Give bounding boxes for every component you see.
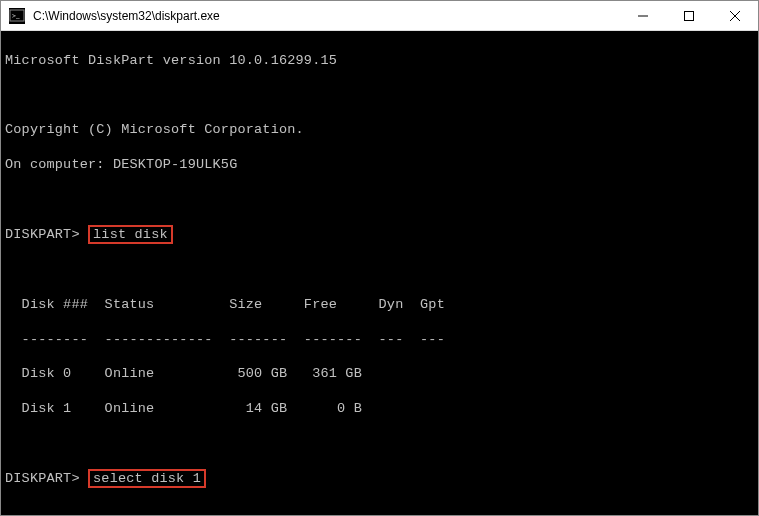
copyright-line: Copyright (C) Microsoft Corporation. — [5, 121, 754, 138]
disk-table-divider: -------- ------------- ------- ------- -… — [5, 331, 754, 348]
maximize-icon — [684, 11, 694, 21]
prompt-line: DISKPART> select disk 1 — [5, 469, 754, 489]
blank-line — [5, 434, 754, 451]
minimize-button[interactable] — [620, 1, 666, 30]
close-button[interactable] — [712, 1, 758, 30]
diskpart-window: >_ C:\Windows\system32\diskpart.exe Micr… — [0, 0, 759, 516]
close-icon — [730, 11, 740, 21]
window-title: C:\Windows\system32\diskpart.exe — [33, 9, 620, 23]
prompt-line: DISKPART> list disk — [5, 225, 754, 245]
app-icon: >_ — [9, 8, 25, 24]
blank-line — [5, 87, 754, 104]
titlebar: >_ C:\Windows\system32\diskpart.exe — [1, 1, 758, 31]
prompt-label: DISKPART> — [5, 227, 80, 242]
command-select-disk: select disk 1 — [88, 469, 206, 489]
svg-rect-3 — [685, 11, 694, 20]
blank-line — [5, 506, 754, 515]
blank-line — [5, 262, 754, 279]
minimize-icon — [638, 11, 648, 21]
prompt-label: DISKPART> — [5, 471, 80, 486]
window-controls — [620, 1, 758, 30]
maximize-button[interactable] — [666, 1, 712, 30]
disk-table-row: Disk 1 Online 14 GB 0 B — [5, 400, 754, 417]
svg-text:>_: >_ — [12, 12, 20, 20]
blank-line — [5, 190, 754, 207]
disk-table-header: Disk ### Status Size Free Dyn Gpt — [5, 296, 754, 313]
console-output[interactable]: Microsoft DiskPart version 10.0.16299.15… — [1, 31, 758, 515]
command-list-disk: list disk — [88, 225, 173, 245]
disk-table-row: Disk 0 Online 500 GB 361 GB — [5, 365, 754, 382]
computer-line: On computer: DESKTOP-19ULK5G — [5, 156, 754, 173]
version-line: Microsoft DiskPart version 10.0.16299.15 — [5, 52, 754, 69]
